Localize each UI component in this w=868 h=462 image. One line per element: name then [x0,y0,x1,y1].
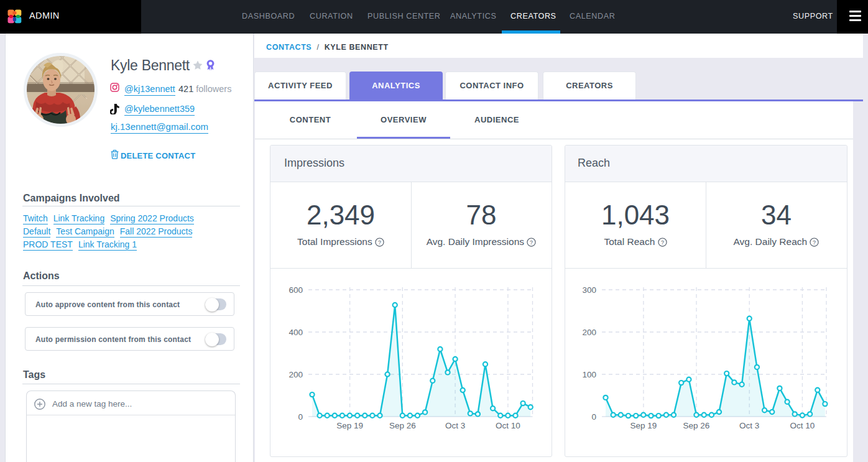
svg-text:0: 0 [591,412,596,422]
svg-text:200: 200 [582,328,596,337]
svg-text:?: ? [530,239,533,246]
svg-text:Sep 26: Sep 26 [389,421,416,430]
svg-text:Oct 10: Oct 10 [790,421,815,430]
svg-text:Sep 19: Sep 19 [630,421,657,430]
svg-text:300: 300 [582,285,596,295]
svg-text:0: 0 [298,412,303,422]
svg-text:?: ? [813,239,816,246]
svg-text:100: 100 [582,370,596,379]
svg-text:400: 400 [289,328,303,337]
svg-text:Sep 19: Sep 19 [336,421,363,430]
svg-text:Oct 10: Oct 10 [496,421,520,430]
svg-text:?: ? [378,239,381,246]
svg-text:Sep 26: Sep 26 [683,421,710,430]
svg-text:Oct 3: Oct 3 [445,421,465,430]
svg-text:?: ? [661,239,664,246]
svg-text:200: 200 [289,370,303,379]
svg-text:600: 600 [289,285,303,295]
svg-text:Oct 3: Oct 3 [739,421,759,430]
